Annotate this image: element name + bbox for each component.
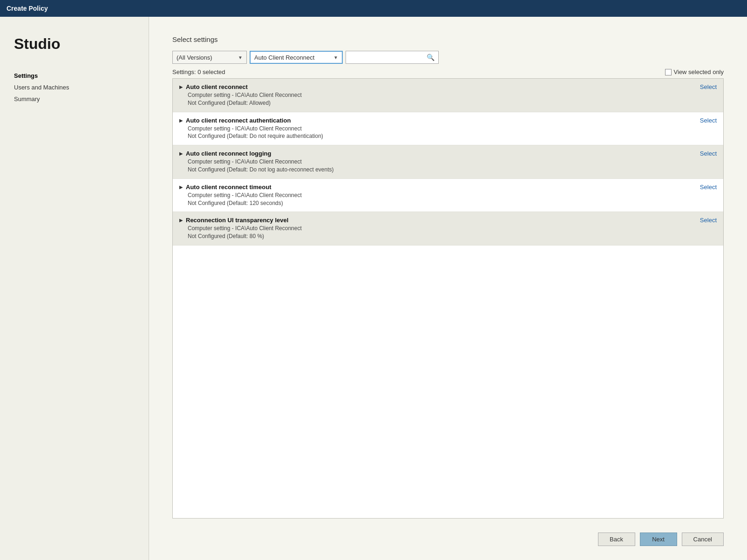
setting-row-auto-client-reconnect-auth: ▶ Auto client reconnect authentication C… — [173, 112, 723, 146]
expand-arrow-1[interactable]: ▶ — [179, 84, 183, 89]
setting-desc-3a: Computer setting - ICA\Auto Client Recon… — [188, 158, 691, 166]
main-container: Studio Settings Users and Machines Summa… — [0, 17, 747, 560]
setting-content-5: ▶ Reconnection UI transparency level Com… — [179, 217, 691, 240]
section-title: Select settings — [172, 35, 724, 43]
next-button[interactable]: Next — [640, 533, 677, 546]
selected-count: Settings: 0 selected — [172, 68, 225, 75]
setting-desc-1a: Computer setting - ICA\Auto Client Recon… — [188, 91, 691, 99]
setting-content-2: ▶ Auto client reconnect authentication C… — [179, 117, 691, 141]
setting-desc-5b: Not Configured (Default: 80 %) — [188, 232, 691, 240]
setting-content-1: ▶ Auto client reconnect Computer setting… — [179, 83, 691, 107]
setting-content-4: ▶ Auto client reconnect timeout Computer… — [179, 184, 691, 207]
view-selected-checkbox[interactable] — [665, 69, 672, 75]
setting-name-1: Auto client reconnect — [186, 83, 248, 90]
title-bar-label: Create Policy — [7, 5, 48, 12]
expand-arrow-2[interactable]: ▶ — [179, 118, 183, 123]
sidebar-title: Studio — [14, 35, 135, 53]
expand-arrow-5[interactable]: ▶ — [179, 218, 183, 223]
back-button[interactable]: Back — [598, 533, 635, 546]
setting-row-reconnection-ui-transparency: ▶ Reconnection UI transparency level Com… — [173, 212, 723, 246]
title-bar: Create Policy — [0, 0, 747, 17]
setting-desc-2b: Not Configured (Default: Do not require … — [188, 132, 691, 140]
select-link-1[interactable]: Select — [700, 83, 717, 90]
category-filter-arrow: ▼ — [333, 55, 338, 60]
setting-name-5: Reconnection UI transparency level — [186, 217, 288, 224]
setting-row-auto-client-reconnect-logging: ▶ Auto client reconnect logging Computer… — [173, 145, 723, 179]
select-link-4[interactable]: Select — [700, 184, 717, 191]
setting-desc-1b: Not Configured (Default: Allowed) — [188, 99, 691, 107]
setting-row-auto-client-reconnect-timeout: ▶ Auto client reconnect timeout Computer… — [173, 179, 723, 212]
filter-bar: (All Versions) ▼ Auto Client Reconnect ▼… — [172, 51, 724, 64]
setting-content-3: ▶ Auto client reconnect logging Computer… — [179, 150, 691, 174]
view-selected-label: View selected only — [674, 68, 724, 75]
sidebar-item-summary[interactable]: Summary — [14, 95, 135, 103]
sidebar-nav: Settings Users and Machines Summary — [14, 71, 135, 103]
search-box[interactable]: 🔍 — [346, 51, 439, 64]
setting-desc-5a: Computer setting - ICA\Auto Client Recon… — [188, 225, 691, 232]
view-selected-only-toggle[interactable]: View selected only — [665, 68, 724, 75]
select-link-3[interactable]: Select — [700, 150, 717, 157]
settings-list: ▶ Auto client reconnect Computer setting… — [172, 78, 724, 519]
setting-name-4: Auto client reconnect timeout — [186, 184, 271, 191]
content-area: Select settings (All Versions) ▼ Auto Cl… — [149, 17, 747, 560]
search-icon: 🔍 — [427, 54, 435, 61]
sidebar-item-users-and-machines[interactable]: Users and Machines — [14, 83, 135, 92]
version-filter-arrow: ▼ — [238, 55, 243, 60]
cancel-button[interactable]: Cancel — [682, 533, 724, 546]
category-filter[interactable]: Auto Client Reconnect ▼ — [250, 51, 343, 64]
settings-status-bar: Settings: 0 selected View selected only — [172, 68, 724, 75]
select-link-5[interactable]: Select — [700, 217, 717, 224]
sidebar-item-settings[interactable]: Settings — [14, 71, 135, 80]
setting-desc-4b: Not Configured (Default: 120 seconds) — [188, 199, 691, 207]
setting-desc-3b: Not Configured (Default: Do not log auto… — [188, 166, 691, 174]
setting-desc-4a: Computer setting - ICA\Auto Client Recon… — [188, 191, 691, 199]
sidebar: Studio Settings Users and Machines Summa… — [0, 17, 149, 560]
setting-desc-2a: Computer setting - ICA\Auto Client Recon… — [188, 125, 691, 133]
setting-name-2: Auto client reconnect authentication — [186, 117, 291, 124]
expand-arrow-3[interactable]: ▶ — [179, 151, 183, 156]
expand-arrow-4[interactable]: ▶ — [179, 184, 183, 190]
setting-name-3: Auto client reconnect logging — [186, 150, 271, 157]
select-link-2[interactable]: Select — [700, 117, 717, 124]
setting-row-auto-client-reconnect: ▶ Auto client reconnect Computer setting… — [173, 79, 723, 112]
version-filter[interactable]: (All Versions) ▼ — [172, 51, 247, 64]
footer-buttons: Back Next Cancel — [172, 528, 724, 546]
